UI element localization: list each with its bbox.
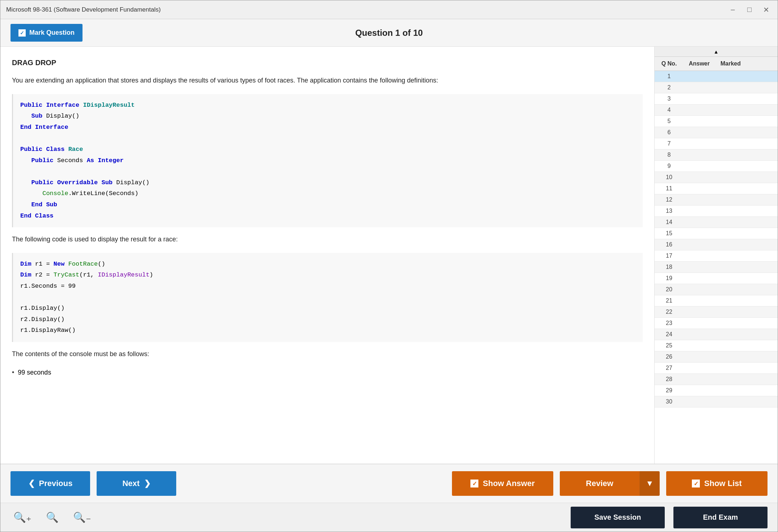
q-answer [684, 230, 715, 237]
q-marked [715, 129, 747, 136]
code-block-1: Public Interface IDisplayResult Sub Disp… [12, 94, 643, 228]
table-row[interactable]: 20 [655, 284, 778, 295]
zoom-out-icon: 🔍₋ [73, 512, 91, 523]
q-number: 25 [655, 342, 684, 349]
q-number: 28 [655, 376, 684, 383]
table-row[interactable]: 13 [655, 206, 778, 217]
next-label: Next [122, 479, 140, 488]
window-title: Microsoft 98-361 (Software Development F… [6, 6, 161, 13]
previous-arrow-icon: ❮ [28, 479, 35, 488]
q-number: 9 [655, 163, 684, 169]
q-answer [684, 140, 715, 147]
previous-label: Previous [39, 479, 73, 488]
q-answer [684, 376, 715, 383]
q-number: 20 [655, 286, 684, 293]
q-marked [715, 253, 747, 259]
show-list-label: Show List [704, 479, 742, 488]
table-row[interactable]: 18 [655, 262, 778, 273]
bullet-dot: • [12, 367, 14, 378]
table-row[interactable]: 3 [655, 93, 778, 105]
show-answer-button[interactable]: Show Answer [452, 471, 553, 496]
end-exam-button[interactable]: End Exam [673, 507, 768, 528]
q-answer [684, 118, 715, 124]
q-number: 26 [655, 354, 684, 360]
save-session-button[interactable]: Save Session [571, 507, 665, 528]
sidebar-col-answer: Answer [684, 60, 715, 67]
q-marked [715, 297, 747, 304]
q-marked [715, 354, 747, 360]
minimize-button[interactable]: – [727, 4, 739, 16]
main-area: DRAG DROP You are extending an applicati… [0, 47, 778, 464]
app-window: Microsoft 98-361 (Software Development F… [0, 0, 778, 532]
table-row[interactable]: 6 [655, 127, 778, 138]
table-row[interactable]: 2 [655, 82, 778, 93]
table-row[interactable]: 8 [655, 149, 778, 161]
q-number: 29 [655, 387, 684, 394]
sidebar-scroll-up[interactable]: ▲ [655, 47, 778, 57]
q-number: 12 [655, 197, 684, 203]
table-row[interactable]: 30 [655, 396, 778, 408]
review-group: Review ▼ [560, 471, 660, 496]
table-row[interactable]: 27 [655, 363, 778, 374]
table-row[interactable]: 26 [655, 351, 778, 363]
q-answer [684, 73, 715, 80]
q-answer [684, 152, 715, 158]
review-label: Review [586, 479, 613, 488]
table-row[interactable]: 11 [655, 183, 778, 194]
table-row[interactable]: 4 [655, 105, 778, 116]
header-row: Mark Question Question 1 of 10 [0, 19, 778, 47]
table-row[interactable]: 15 [655, 228, 778, 239]
q-number: 16 [655, 241, 684, 248]
table-row[interactable]: 10 [655, 172, 778, 183]
table-row[interactable]: 21 [655, 295, 778, 307]
q-marked [715, 152, 747, 158]
table-row[interactable]: 17 [655, 250, 778, 262]
q-answer [684, 96, 715, 102]
q-answer [684, 163, 715, 169]
q-number: 18 [655, 264, 684, 270]
q-answer [684, 342, 715, 349]
q-number: 6 [655, 129, 684, 136]
q-answer [684, 297, 715, 304]
review-button[interactable]: Review [560, 471, 639, 496]
mark-question-button[interactable]: Mark Question [10, 24, 83, 42]
review-dropdown-button[interactable]: ▼ [639, 471, 660, 496]
zoom-out-button[interactable]: 🔍₋ [70, 510, 94, 525]
q-answer [684, 185, 715, 192]
zoom-reset-button[interactable]: 🔍 [43, 510, 62, 525]
question-text-2: The following code is used to display th… [12, 234, 643, 245]
table-row[interactable]: 14 [655, 217, 778, 228]
q-answer [684, 365, 715, 371]
q-marked [715, 230, 747, 237]
previous-button[interactable]: ❮ Previous [10, 471, 90, 496]
show-list-button[interactable]: Show List [666, 471, 768, 496]
maximize-button[interactable]: □ [744, 4, 755, 16]
table-row[interactable]: 29 [655, 385, 778, 396]
q-answer [684, 320, 715, 326]
show-list-checkbox-icon [692, 480, 700, 487]
table-row[interactable]: 28 [655, 374, 778, 385]
q-marked [715, 398, 747, 405]
close-button[interactable]: ✕ [760, 4, 772, 16]
sidebar-scroll-area[interactable]: 1234567891011121314151617181920212223242… [655, 71, 778, 464]
q-marked [715, 331, 747, 338]
q-number: 19 [655, 275, 684, 282]
q-marked [715, 140, 747, 147]
table-row[interactable]: 5 [655, 116, 778, 127]
table-row[interactable]: 12 [655, 194, 778, 206]
table-row[interactable]: 22 [655, 307, 778, 318]
q-answer [684, 286, 715, 293]
table-row[interactable]: 16 [655, 239, 778, 250]
table-row[interactable]: 19 [655, 273, 778, 284]
table-row[interactable]: 1 [655, 71, 778, 82]
table-row[interactable]: 24 [655, 329, 778, 340]
table-row[interactable]: 25 [655, 340, 778, 351]
zoom-in-button[interactable]: 🔍₊ [10, 510, 34, 525]
q-marked [715, 320, 747, 326]
next-button[interactable]: Next ❯ [97, 471, 176, 496]
q-answer [684, 129, 715, 136]
table-row[interactable]: 7 [655, 138, 778, 149]
table-row[interactable]: 9 [655, 161, 778, 172]
q-marked [715, 219, 747, 225]
table-row[interactable]: 23 [655, 318, 778, 329]
